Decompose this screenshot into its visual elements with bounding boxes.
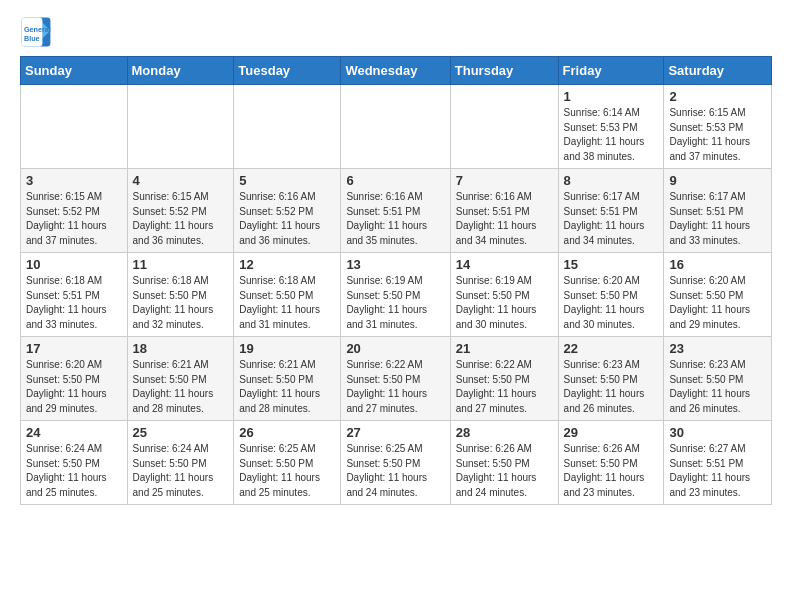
logo-icon: General Blue (20, 16, 52, 48)
day-number: 14 (456, 257, 553, 272)
calendar-cell: 9Sunrise: 6:17 AM Sunset: 5:51 PM Daylig… (664, 169, 772, 253)
day-number: 26 (239, 425, 335, 440)
calendar-cell: 13Sunrise: 6:19 AM Sunset: 5:50 PM Dayli… (341, 253, 450, 337)
calendar-cell (127, 85, 234, 169)
calendar-cell (21, 85, 128, 169)
day-number: 25 (133, 425, 229, 440)
day-info: Sunrise: 6:25 AM Sunset: 5:50 PM Dayligh… (239, 442, 335, 500)
calendar-cell: 17Sunrise: 6:20 AM Sunset: 5:50 PM Dayli… (21, 337, 128, 421)
calendar-cell (450, 85, 558, 169)
calendar-cell: 30Sunrise: 6:27 AM Sunset: 5:51 PM Dayli… (664, 421, 772, 505)
calendar-cell: 20Sunrise: 6:22 AM Sunset: 5:50 PM Dayli… (341, 337, 450, 421)
day-number: 8 (564, 173, 659, 188)
day-info: Sunrise: 6:16 AM Sunset: 5:52 PM Dayligh… (239, 190, 335, 248)
calendar-week-2: 10Sunrise: 6:18 AM Sunset: 5:51 PM Dayli… (21, 253, 772, 337)
day-number: 19 (239, 341, 335, 356)
weekday-header-sunday: Sunday (21, 57, 128, 85)
day-info: Sunrise: 6:17 AM Sunset: 5:51 PM Dayligh… (669, 190, 766, 248)
calendar-cell: 14Sunrise: 6:19 AM Sunset: 5:50 PM Dayli… (450, 253, 558, 337)
day-info: Sunrise: 6:26 AM Sunset: 5:50 PM Dayligh… (456, 442, 553, 500)
calendar-table: SundayMondayTuesdayWednesdayThursdayFrid… (20, 56, 772, 505)
calendar-cell: 7Sunrise: 6:16 AM Sunset: 5:51 PM Daylig… (450, 169, 558, 253)
day-info: Sunrise: 6:23 AM Sunset: 5:50 PM Dayligh… (564, 358, 659, 416)
calendar-cell: 5Sunrise: 6:16 AM Sunset: 5:52 PM Daylig… (234, 169, 341, 253)
day-info: Sunrise: 6:15 AM Sunset: 5:52 PM Dayligh… (133, 190, 229, 248)
calendar-cell: 27Sunrise: 6:25 AM Sunset: 5:50 PM Dayli… (341, 421, 450, 505)
day-number: 2 (669, 89, 766, 104)
calendar-cell: 2Sunrise: 6:15 AM Sunset: 5:53 PM Daylig… (664, 85, 772, 169)
calendar-cell: 10Sunrise: 6:18 AM Sunset: 5:51 PM Dayli… (21, 253, 128, 337)
calendar-week-3: 17Sunrise: 6:20 AM Sunset: 5:50 PM Dayli… (21, 337, 772, 421)
day-info: Sunrise: 6:20 AM Sunset: 5:50 PM Dayligh… (669, 274, 766, 332)
day-info: Sunrise: 6:14 AM Sunset: 5:53 PM Dayligh… (564, 106, 659, 164)
calendar-cell: 4Sunrise: 6:15 AM Sunset: 5:52 PM Daylig… (127, 169, 234, 253)
day-info: Sunrise: 6:22 AM Sunset: 5:50 PM Dayligh… (346, 358, 444, 416)
day-number: 6 (346, 173, 444, 188)
day-number: 11 (133, 257, 229, 272)
day-number: 1 (564, 89, 659, 104)
day-info: Sunrise: 6:21 AM Sunset: 5:50 PM Dayligh… (239, 358, 335, 416)
weekday-header-wednesday: Wednesday (341, 57, 450, 85)
day-info: Sunrise: 6:21 AM Sunset: 5:50 PM Dayligh… (133, 358, 229, 416)
day-number: 29 (564, 425, 659, 440)
day-info: Sunrise: 6:19 AM Sunset: 5:50 PM Dayligh… (346, 274, 444, 332)
day-number: 3 (26, 173, 122, 188)
day-number: 5 (239, 173, 335, 188)
calendar-cell: 18Sunrise: 6:21 AM Sunset: 5:50 PM Dayli… (127, 337, 234, 421)
day-info: Sunrise: 6:18 AM Sunset: 5:50 PM Dayligh… (239, 274, 335, 332)
day-number: 7 (456, 173, 553, 188)
calendar-header-row: SundayMondayTuesdayWednesdayThursdayFrid… (21, 57, 772, 85)
day-info: Sunrise: 6:15 AM Sunset: 5:53 PM Dayligh… (669, 106, 766, 164)
calendar-cell: 29Sunrise: 6:26 AM Sunset: 5:50 PM Dayli… (558, 421, 664, 505)
day-info: Sunrise: 6:24 AM Sunset: 5:50 PM Dayligh… (133, 442, 229, 500)
day-number: 23 (669, 341, 766, 356)
weekday-header-monday: Monday (127, 57, 234, 85)
day-number: 4 (133, 173, 229, 188)
calendar-cell: 28Sunrise: 6:26 AM Sunset: 5:50 PM Dayli… (450, 421, 558, 505)
calendar-cell: 23Sunrise: 6:23 AM Sunset: 5:50 PM Dayli… (664, 337, 772, 421)
day-number: 12 (239, 257, 335, 272)
calendar-cell: 12Sunrise: 6:18 AM Sunset: 5:50 PM Dayli… (234, 253, 341, 337)
day-info: Sunrise: 6:18 AM Sunset: 5:51 PM Dayligh… (26, 274, 122, 332)
day-info: Sunrise: 6:22 AM Sunset: 5:50 PM Dayligh… (456, 358, 553, 416)
day-number: 30 (669, 425, 766, 440)
page: General Blue SundayMondayTuesdayWednesda… (0, 0, 792, 521)
day-info: Sunrise: 6:19 AM Sunset: 5:50 PM Dayligh… (456, 274, 553, 332)
calendar-cell: 22Sunrise: 6:23 AM Sunset: 5:50 PM Dayli… (558, 337, 664, 421)
day-info: Sunrise: 6:17 AM Sunset: 5:51 PM Dayligh… (564, 190, 659, 248)
day-info: Sunrise: 6:20 AM Sunset: 5:50 PM Dayligh… (26, 358, 122, 416)
day-number: 10 (26, 257, 122, 272)
weekday-header-saturday: Saturday (664, 57, 772, 85)
weekday-header-tuesday: Tuesday (234, 57, 341, 85)
day-number: 22 (564, 341, 659, 356)
calendar-cell: 25Sunrise: 6:24 AM Sunset: 5:50 PM Dayli… (127, 421, 234, 505)
calendar-cell: 26Sunrise: 6:25 AM Sunset: 5:50 PM Dayli… (234, 421, 341, 505)
day-info: Sunrise: 6:24 AM Sunset: 5:50 PM Dayligh… (26, 442, 122, 500)
calendar-cell: 21Sunrise: 6:22 AM Sunset: 5:50 PM Dayli… (450, 337, 558, 421)
day-number: 16 (669, 257, 766, 272)
calendar-week-0: 1Sunrise: 6:14 AM Sunset: 5:53 PM Daylig… (21, 85, 772, 169)
weekday-header-friday: Friday (558, 57, 664, 85)
calendar-cell: 24Sunrise: 6:24 AM Sunset: 5:50 PM Dayli… (21, 421, 128, 505)
day-number: 13 (346, 257, 444, 272)
day-info: Sunrise: 6:26 AM Sunset: 5:50 PM Dayligh… (564, 442, 659, 500)
calendar-cell: 3Sunrise: 6:15 AM Sunset: 5:52 PM Daylig… (21, 169, 128, 253)
weekday-header-thursday: Thursday (450, 57, 558, 85)
day-number: 24 (26, 425, 122, 440)
day-number: 28 (456, 425, 553, 440)
day-number: 9 (669, 173, 766, 188)
calendar-cell: 6Sunrise: 6:16 AM Sunset: 5:51 PM Daylig… (341, 169, 450, 253)
calendar-cell: 11Sunrise: 6:18 AM Sunset: 5:50 PM Dayli… (127, 253, 234, 337)
day-number: 18 (133, 341, 229, 356)
day-info: Sunrise: 6:15 AM Sunset: 5:52 PM Dayligh… (26, 190, 122, 248)
day-info: Sunrise: 6:16 AM Sunset: 5:51 PM Dayligh… (456, 190, 553, 248)
day-number: 27 (346, 425, 444, 440)
day-number: 21 (456, 341, 553, 356)
logo: General Blue (20, 16, 56, 48)
calendar-cell (234, 85, 341, 169)
calendar-cell: 8Sunrise: 6:17 AM Sunset: 5:51 PM Daylig… (558, 169, 664, 253)
svg-text:General: General (24, 25, 51, 34)
day-number: 15 (564, 257, 659, 272)
day-info: Sunrise: 6:23 AM Sunset: 5:50 PM Dayligh… (669, 358, 766, 416)
day-info: Sunrise: 6:18 AM Sunset: 5:50 PM Dayligh… (133, 274, 229, 332)
